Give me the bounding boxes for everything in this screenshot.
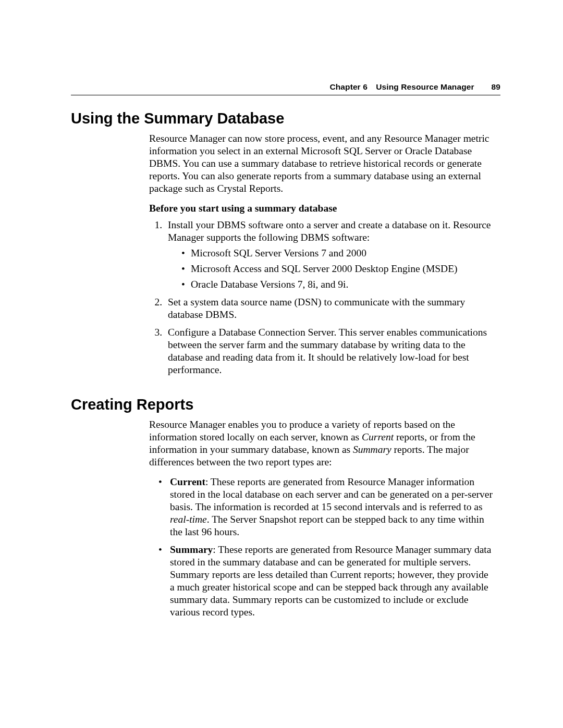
bullet-summary: Summary: These reports are generated fro… bbox=[158, 544, 495, 619]
step-2: Set a system data source name (DSN) to c… bbox=[165, 296, 495, 321]
header-title: Using Resource Manager bbox=[376, 82, 474, 91]
bullet-current-label: Current bbox=[170, 476, 205, 487]
section2-body: Resource Manager enables you to produce … bbox=[149, 418, 495, 619]
step-1-text: Install your DBMS software onto a server… bbox=[168, 219, 491, 243]
section1-body: Resource Manager can now store process, … bbox=[149, 132, 495, 376]
step-1-bullets: Microsoft SQL Server Versions 7 and 2000… bbox=[168, 247, 495, 291]
section-heading-summary-database: Using the Summary Database bbox=[71, 110, 500, 127]
section2-intro-italic-2: Summary bbox=[353, 444, 391, 455]
page-header: Chapter 6 Using Resource Manager 89 bbox=[71, 82, 500, 95]
header-page-number: 89 bbox=[490, 82, 500, 92]
bullet-current-pre: : These reports are generated from Resou… bbox=[170, 476, 493, 512]
section1-intro: Resource Manager can now store process, … bbox=[149, 132, 495, 195]
document-page: Chapter 6 Using Resource Manager 89 Usin… bbox=[0, 0, 563, 728]
step-1: Install your DBMS software onto a server… bbox=[165, 219, 495, 291]
section2-intro-italic-1: Current bbox=[362, 431, 394, 442]
step-1-bullet-3: Oracle Database Versions 7, 8i, and 9i. bbox=[181, 278, 495, 291]
header-chapter: Chapter 6 bbox=[329, 82, 367, 91]
bullet-summary-text: : These reports are generated from Resou… bbox=[170, 544, 491, 618]
section-heading-creating-reports: Creating Reports bbox=[71, 396, 500, 413]
step-1-bullet-2: Microsoft Access and SQL Server 2000 Des… bbox=[181, 263, 495, 275]
step-3: Configure a Database Connection Server. … bbox=[165, 326, 495, 376]
bullet-current: Current: These reports are generated fro… bbox=[158, 476, 495, 538]
section1-subhead: Before you start using a summary databas… bbox=[149, 202, 495, 215]
bullet-current-italic: real-time bbox=[170, 514, 207, 525]
section2-bullets: Current: These reports are generated fro… bbox=[149, 476, 495, 619]
bullet-current-post: . The Server Snapshot report can be step… bbox=[170, 514, 484, 537]
section2-intro: Resource Manager enables you to produce … bbox=[149, 418, 495, 468]
step-1-bullet-1: Microsoft SQL Server Versions 7 and 2000 bbox=[181, 247, 495, 260]
bullet-summary-label: Summary bbox=[170, 544, 213, 555]
section1-steps: Install your DBMS software onto a server… bbox=[149, 219, 495, 376]
